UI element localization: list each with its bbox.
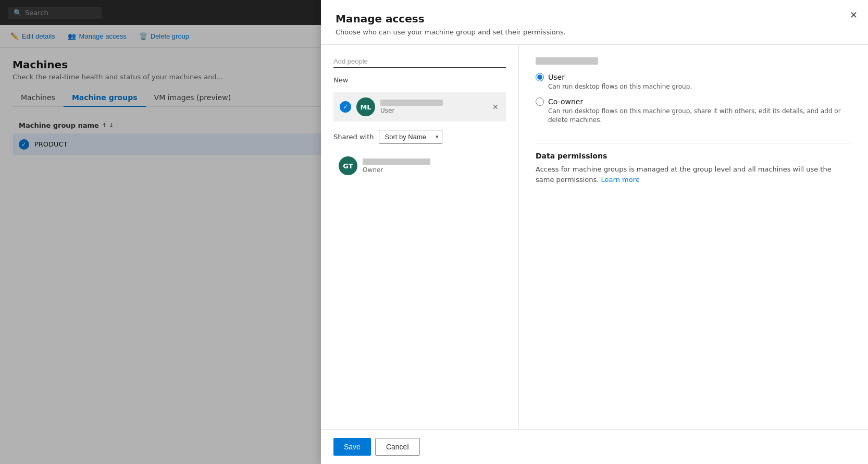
left-panel: New ✓ ML User ✕ Shared with Sort by Name…: [321, 45, 519, 429]
modal-header: Manage access Choose who can use your ma…: [321, 0, 868, 45]
modal-footer: Save Cancel: [321, 429, 868, 464]
person-card-ml[interactable]: ✓ ML User ✕: [333, 92, 506, 121]
manage-access-modal: Manage access Choose who can use your ma…: [321, 0, 868, 464]
remove-person-ml-button[interactable]: ✕: [491, 102, 500, 112]
modal-body: New ✓ ML User ✕ Shared with Sort by Name…: [321, 45, 868, 429]
modal-title: Manage access: [336, 13, 853, 25]
radio-coowner-input[interactable]: [536, 97, 544, 106]
learn-more-link[interactable]: Learn more: [601, 176, 640, 184]
person-name-ml-blurred: [380, 100, 443, 106]
owner-role: Owner: [363, 166, 430, 174]
owner-row: GT Owner: [333, 152, 506, 179]
divider: [536, 143, 851, 143]
new-section-label: New: [333, 76, 506, 84]
radio-user-label: User: [548, 73, 565, 81]
right-panel: User Can run desktop flows on this machi…: [519, 45, 868, 429]
radio-item-coowner: Co-owner Can run desktop flows on this m…: [536, 97, 851, 125]
shared-with-label: Shared with: [333, 133, 374, 141]
radio-user-desc: Can run desktop flows on this machine gr…: [536, 82, 851, 91]
avatar-ml: ML: [356, 97, 375, 116]
radio-item-user: User Can run desktop flows on this machi…: [536, 73, 851, 91]
shared-with-row: Shared with Sort by Name Sort by Role ▾: [333, 130, 506, 144]
radio-user-input[interactable]: [536, 73, 544, 81]
person-role-ml: User: [380, 107, 486, 114]
modal-close-button[interactable]: ✕: [850, 10, 858, 20]
add-people-input[interactable]: [333, 55, 506, 68]
data-permissions-text: Access for machine groups is managed at …: [536, 164, 851, 185]
radio-user-label-row[interactable]: User: [536, 73, 851, 81]
sort-dropdown[interactable]: Sort by Name Sort by Role: [379, 130, 442, 144]
owner-info: Owner: [363, 158, 430, 174]
person-info-ml: User: [380, 100, 486, 114]
radio-coowner-label: Co-owner: [548, 97, 583, 106]
role-radio-group: User Can run desktop flows on this machi…: [536, 73, 851, 124]
sort-dropdown-wrapper: Sort by Name Sort by Role ▾: [379, 130, 442, 144]
data-permissions-title: Data permissions: [536, 152, 851, 160]
save-button[interactable]: Save: [333, 438, 371, 456]
selected-person-name-blurred: [536, 57, 598, 65]
owner-name-blurred: [363, 158, 430, 165]
avatar-gt: GT: [339, 156, 357, 175]
modal-subtitle: Choose who can use your machine group an…: [336, 28, 853, 36]
cancel-button[interactable]: Cancel: [375, 438, 420, 456]
radio-coowner-desc: Can run desktop flows on this machine gr…: [536, 107, 851, 125]
radio-coowner-label-row[interactable]: Co-owner: [536, 97, 851, 106]
person-check-icon: ✓: [340, 101, 351, 113]
